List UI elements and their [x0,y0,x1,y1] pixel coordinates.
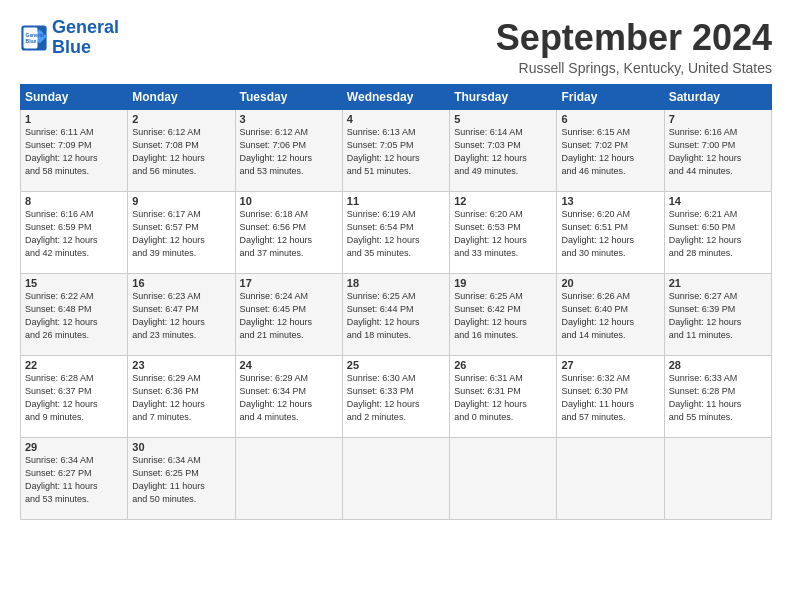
day-number: 29 [25,441,123,453]
day-cell: 25Sunrise: 6:30 AM Sunset: 6:33 PM Dayli… [342,355,449,437]
day-cell: 9Sunrise: 6:17 AM Sunset: 6:57 PM Daylig… [128,191,235,273]
day-info: Sunrise: 6:29 AM Sunset: 6:34 PM Dayligh… [240,372,338,424]
day-info: Sunrise: 6:18 AM Sunset: 6:56 PM Dayligh… [240,208,338,260]
day-info: Sunrise: 6:12 AM Sunset: 7:08 PM Dayligh… [132,126,230,178]
day-cell: 7Sunrise: 6:16 AM Sunset: 7:00 PM Daylig… [664,109,771,191]
day-cell [557,437,664,519]
day-cell: 23Sunrise: 6:29 AM Sunset: 6:36 PM Dayli… [128,355,235,437]
day-number: 1 [25,113,123,125]
col-header-tuesday: Tuesday [235,84,342,109]
day-cell: 5Sunrise: 6:14 AM Sunset: 7:03 PM Daylig… [450,109,557,191]
day-info: Sunrise: 6:13 AM Sunset: 7:05 PM Dayligh… [347,126,445,178]
header: General Blue GeneralBlue September 2024 … [20,18,772,76]
day-cell: 29Sunrise: 6:34 AM Sunset: 6:27 PM Dayli… [21,437,128,519]
day-number: 13 [561,195,659,207]
day-number: 14 [669,195,767,207]
col-header-wednesday: Wednesday [342,84,449,109]
week-row-5: 29Sunrise: 6:34 AM Sunset: 6:27 PM Dayli… [21,437,772,519]
day-cell: 21Sunrise: 6:27 AM Sunset: 6:39 PM Dayli… [664,273,771,355]
day-number: 27 [561,359,659,371]
day-cell: 26Sunrise: 6:31 AM Sunset: 6:31 PM Dayli… [450,355,557,437]
svg-text:Blue: Blue [26,39,37,44]
day-info: Sunrise: 6:25 AM Sunset: 6:42 PM Dayligh… [454,290,552,342]
day-number: 20 [561,277,659,289]
day-info: Sunrise: 6:16 AM Sunset: 7:00 PM Dayligh… [669,126,767,178]
day-cell: 20Sunrise: 6:26 AM Sunset: 6:40 PM Dayli… [557,273,664,355]
calendar-table: SundayMondayTuesdayWednesdayThursdayFrid… [20,84,772,520]
day-info: Sunrise: 6:24 AM Sunset: 6:45 PM Dayligh… [240,290,338,342]
day-number: 11 [347,195,445,207]
day-cell: 19Sunrise: 6:25 AM Sunset: 6:42 PM Dayli… [450,273,557,355]
day-info: Sunrise: 6:17 AM Sunset: 6:57 PM Dayligh… [132,208,230,260]
day-info: Sunrise: 6:20 AM Sunset: 6:51 PM Dayligh… [561,208,659,260]
day-number: 7 [669,113,767,125]
day-info: Sunrise: 6:26 AM Sunset: 6:40 PM Dayligh… [561,290,659,342]
day-number: 23 [132,359,230,371]
logo: General Blue GeneralBlue [20,18,119,58]
day-info: Sunrise: 6:20 AM Sunset: 6:53 PM Dayligh… [454,208,552,260]
day-info: Sunrise: 6:29 AM Sunset: 6:36 PM Dayligh… [132,372,230,424]
logo-icon: General Blue [20,24,48,52]
day-cell: 12Sunrise: 6:20 AM Sunset: 6:53 PM Dayli… [450,191,557,273]
day-number: 18 [347,277,445,289]
col-header-sunday: Sunday [21,84,128,109]
col-header-thursday: Thursday [450,84,557,109]
day-number: 6 [561,113,659,125]
day-info: Sunrise: 6:34 AM Sunset: 6:27 PM Dayligh… [25,454,123,506]
day-info: Sunrise: 6:31 AM Sunset: 6:31 PM Dayligh… [454,372,552,424]
day-number: 4 [347,113,445,125]
day-cell: 10Sunrise: 6:18 AM Sunset: 6:56 PM Dayli… [235,191,342,273]
day-cell: 18Sunrise: 6:25 AM Sunset: 6:44 PM Dayli… [342,273,449,355]
svg-rect-2 [24,27,38,48]
day-cell: 13Sunrise: 6:20 AM Sunset: 6:51 PM Dayli… [557,191,664,273]
day-cell: 4Sunrise: 6:13 AM Sunset: 7:05 PM Daylig… [342,109,449,191]
day-cell: 3Sunrise: 6:12 AM Sunset: 7:06 PM Daylig… [235,109,342,191]
day-cell: 27Sunrise: 6:32 AM Sunset: 6:30 PM Dayli… [557,355,664,437]
day-cell [342,437,449,519]
day-cell: 30Sunrise: 6:34 AM Sunset: 6:25 PM Dayli… [128,437,235,519]
day-cell [450,437,557,519]
week-row-1: 1Sunrise: 6:11 AM Sunset: 7:09 PM Daylig… [21,109,772,191]
day-number: 25 [347,359,445,371]
day-info: Sunrise: 6:23 AM Sunset: 6:47 PM Dayligh… [132,290,230,342]
day-cell: 6Sunrise: 6:15 AM Sunset: 7:02 PM Daylig… [557,109,664,191]
day-cell: 15Sunrise: 6:22 AM Sunset: 6:48 PM Dayli… [21,273,128,355]
day-number: 22 [25,359,123,371]
svg-text:General: General [26,32,45,37]
day-number: 28 [669,359,767,371]
day-number: 16 [132,277,230,289]
day-info: Sunrise: 6:30 AM Sunset: 6:33 PM Dayligh… [347,372,445,424]
day-number: 19 [454,277,552,289]
day-info: Sunrise: 6:11 AM Sunset: 7:09 PM Dayligh… [25,126,123,178]
day-info: Sunrise: 6:28 AM Sunset: 6:37 PM Dayligh… [25,372,123,424]
day-number: 5 [454,113,552,125]
month-title: September 2024 [496,18,772,58]
day-cell: 11Sunrise: 6:19 AM Sunset: 6:54 PM Dayli… [342,191,449,273]
day-cell [664,437,771,519]
day-number: 15 [25,277,123,289]
week-row-3: 15Sunrise: 6:22 AM Sunset: 6:48 PM Dayli… [21,273,772,355]
day-info: Sunrise: 6:12 AM Sunset: 7:06 PM Dayligh… [240,126,338,178]
day-cell [235,437,342,519]
day-info: Sunrise: 6:16 AM Sunset: 6:59 PM Dayligh… [25,208,123,260]
day-number: 8 [25,195,123,207]
day-number: 2 [132,113,230,125]
day-cell: 24Sunrise: 6:29 AM Sunset: 6:34 PM Dayli… [235,355,342,437]
day-cell: 2Sunrise: 6:12 AM Sunset: 7:08 PM Daylig… [128,109,235,191]
col-header-friday: Friday [557,84,664,109]
location: Russell Springs, Kentucky, United States [496,60,772,76]
day-number: 21 [669,277,767,289]
day-info: Sunrise: 6:32 AM Sunset: 6:30 PM Dayligh… [561,372,659,424]
day-cell: 8Sunrise: 6:16 AM Sunset: 6:59 PM Daylig… [21,191,128,273]
week-row-4: 22Sunrise: 6:28 AM Sunset: 6:37 PM Dayli… [21,355,772,437]
day-info: Sunrise: 6:22 AM Sunset: 6:48 PM Dayligh… [25,290,123,342]
day-number: 30 [132,441,230,453]
header-row: SundayMondayTuesdayWednesdayThursdayFrid… [21,84,772,109]
day-number: 3 [240,113,338,125]
day-cell: 17Sunrise: 6:24 AM Sunset: 6:45 PM Dayli… [235,273,342,355]
day-cell: 28Sunrise: 6:33 AM Sunset: 6:28 PM Dayli… [664,355,771,437]
day-info: Sunrise: 6:25 AM Sunset: 6:44 PM Dayligh… [347,290,445,342]
logo-text: GeneralBlue [52,18,119,58]
day-cell: 16Sunrise: 6:23 AM Sunset: 6:47 PM Dayli… [128,273,235,355]
col-header-monday: Monday [128,84,235,109]
